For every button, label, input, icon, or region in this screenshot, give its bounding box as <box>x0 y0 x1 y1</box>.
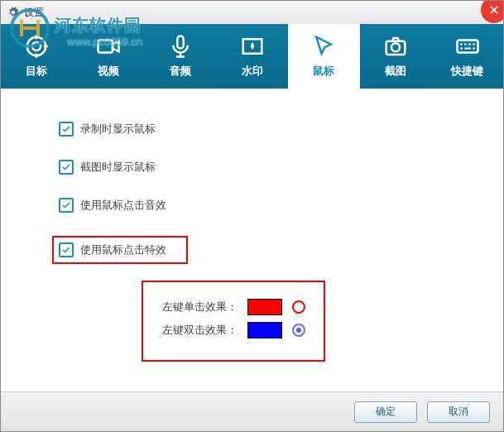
close-button[interactable] <box>481 0 504 23</box>
tab-watermark[interactable]: 水印 <box>216 24 288 89</box>
titlebar: 设置 <box>1 1 503 24</box>
checkbox-show-cursor-record[interactable] <box>59 122 74 137</box>
option-click-effect: 使用鼠标点击特效 <box>52 236 188 264</box>
tab-label: 水印 <box>242 64 263 79</box>
microphone-icon <box>168 34 193 59</box>
keyboard-icon <box>455 34 480 59</box>
tab-label: 目标 <box>26 64 47 79</box>
tabbar: 目标 视频 音频 水印 鼠标 截图 快捷键 <box>1 24 503 89</box>
tab-hotkey[interactable]: 快捷键 <box>431 24 503 89</box>
svg-point-1 <box>27 37 46 56</box>
tab-target[interactable]: 目标 <box>1 24 73 89</box>
content-panel: 录制时显示鼠标 截图时显示鼠标 使用鼠标点击音效 使用鼠标点击特效 左键单击效果… <box>1 89 503 386</box>
effect-label: 左键双击效果： <box>161 323 238 338</box>
check-icon <box>61 124 71 134</box>
target-icon <box>24 34 49 59</box>
checkbox-click-sound[interactable] <box>59 198 74 213</box>
tab-label: 音频 <box>170 64 191 79</box>
checkbox-show-cursor-screenshot[interactable] <box>59 160 74 175</box>
cursor-icon <box>311 34 336 59</box>
checkbox-click-effect[interactable] <box>59 242 74 257</box>
check-icon <box>61 200 71 210</box>
color-swatch-single[interactable] <box>247 299 282 315</box>
preview-ring-double[interactable] <box>292 324 305 337</box>
color-swatch-double[interactable] <box>247 322 282 338</box>
ok-button[interactable]: 确定 <box>354 401 417 423</box>
preview-ring-single[interactable] <box>292 300 305 314</box>
option-click-sound: 使用鼠标点击音效 <box>59 198 462 213</box>
option-show-cursor-screenshot: 截图时显示鼠标 <box>59 160 462 175</box>
tab-video[interactable]: 视频 <box>73 24 145 89</box>
camera-icon <box>383 34 408 59</box>
window-title: 设置 <box>24 6 44 20</box>
tab-label: 视频 <box>98 64 119 79</box>
checkbox-label: 使用鼠标点击特效 <box>80 242 166 257</box>
tab-mouse[interactable]: 鼠标 <box>288 24 360 89</box>
video-icon <box>96 34 121 59</box>
tab-audio[interactable]: 音频 <box>144 24 216 89</box>
footer: 确定 取消 <box>1 391 503 431</box>
svg-point-7 <box>391 43 400 51</box>
effect-label: 左键单击效果： <box>161 300 238 314</box>
svg-rect-8 <box>457 41 478 53</box>
checkbox-label: 使用鼠标点击音效 <box>80 198 166 213</box>
option-show-cursor-record: 录制时显示鼠标 <box>59 122 462 137</box>
effect-left-double: 左键双击效果： <box>161 322 305 338</box>
check-icon <box>61 245 71 255</box>
cancel-button[interactable]: 取消 <box>427 401 490 423</box>
watermark-icon <box>240 34 265 59</box>
tab-screenshot[interactable]: 截图 <box>360 24 432 89</box>
tab-label: 快捷键 <box>451 64 483 79</box>
tab-label: 鼠标 <box>313 64 334 79</box>
tab-label: 截图 <box>385 64 406 79</box>
effect-left-single: 左键单击效果： <box>161 299 305 315</box>
svg-point-2 <box>32 42 41 50</box>
click-effects-group: 左键单击效果： 左键双击效果： <box>142 281 325 362</box>
checkbox-label: 截图时显示鼠标 <box>80 160 156 175</box>
svg-rect-3 <box>98 41 113 53</box>
check-icon <box>61 162 71 172</box>
checkbox-label: 录制时显示鼠标 <box>80 122 156 137</box>
svg-rect-4 <box>177 36 184 49</box>
close-icon <box>488 4 500 16</box>
gear-icon <box>7 7 19 18</box>
